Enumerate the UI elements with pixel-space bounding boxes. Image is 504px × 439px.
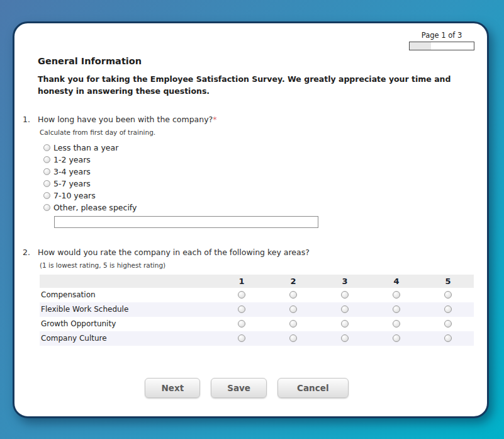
radio-option-1-2-years[interactable]: 1-2 years [43, 154, 471, 166]
radio-icon[interactable] [444, 334, 452, 342]
other-specify-input[interactable] [54, 216, 318, 228]
radio-icon[interactable] [341, 305, 349, 313]
matrix-radio-cell[interactable] [371, 320, 422, 328]
cancel-button[interactable]: Cancel [277, 378, 348, 398]
radio-option-5-7-years[interactable]: 5-7 years [43, 178, 471, 190]
scale-header-1: 1 [216, 277, 267, 286]
radio-option-7-10-years[interactable]: 7-10 years [43, 190, 471, 202]
radio-icon[interactable] [238, 320, 245, 328]
question-2-text: How would you rate the company in each o… [38, 248, 310, 257]
rating-matrix: 1 2 3 4 5 Compensation Flexible Work Sch… [40, 275, 474, 346]
radio-icon[interactable] [341, 334, 349, 342]
progress-bar [409, 42, 474, 50]
matrix-row-company-culture: Company Culture [40, 331, 474, 346]
matrix-radio-cell[interactable] [371, 334, 422, 342]
radio-icon[interactable] [238, 305, 245, 313]
radio-icon[interactable] [289, 334, 297, 342]
matrix-header-row: 1 2 3 4 5 [40, 275, 474, 288]
question-2: 2. How would you rate the company in eac… [23, 248, 471, 346]
radio-icon[interactable] [43, 192, 50, 199]
matrix-radio-cell[interactable] [267, 334, 319, 342]
question-1-instruction: Calculate from first day of training. [40, 128, 471, 136]
radio-option-less-than-a-year[interactable]: Less than a year [43, 142, 471, 154]
question-1-options: Less than a year 1-2 years 3-4 years 5-7… [43, 142, 471, 214]
matrix-radio-cell[interactable] [216, 291, 267, 299]
page-status: Page 1 of 3 [409, 31, 474, 50]
page-title: General Information [38, 56, 471, 66]
radio-icon[interactable] [289, 305, 297, 313]
matrix-radio-cell[interactable] [422, 320, 474, 328]
radio-option-label: Less than a year [53, 143, 118, 152]
scale-header-2: 2 [267, 277, 319, 286]
question-1-text: How long have you been with the company?… [38, 115, 216, 124]
matrix-radio-cell[interactable] [422, 291, 474, 299]
matrix-radio-cell[interactable] [216, 320, 267, 328]
matrix-row-label: Compensation [40, 290, 216, 299]
radio-option-3-4-years[interactable]: 3-4 years [43, 166, 471, 178]
matrix-row-flexible-work-schedule: Flexible Work Schedule [40, 302, 474, 317]
radio-icon[interactable] [393, 320, 400, 328]
radio-option-label: 3-4 years [53, 167, 91, 176]
intro-text: Thank you for taking the Employee Satisf… [38, 73, 471, 98]
matrix-radio-cell[interactable] [319, 305, 371, 313]
radio-icon[interactable] [341, 320, 349, 328]
radio-icon[interactable] [444, 291, 452, 299]
survey-card: Page 1 of 3 General Information Thank yo… [13, 21, 489, 418]
matrix-radio-cell[interactable] [371, 305, 422, 313]
radio-icon[interactable] [43, 204, 50, 211]
radio-option-label: 5-7 years [53, 179, 91, 188]
matrix-radio-cell[interactable] [319, 334, 371, 342]
radio-icon[interactable] [289, 291, 297, 299]
scale-header-3: 3 [319, 277, 371, 286]
progress-bar-fill [410, 42, 431, 50]
radio-option-label: Other, please specify [53, 203, 137, 212]
next-button[interactable]: Next [145, 378, 200, 398]
matrix-radio-cell[interactable] [267, 320, 319, 328]
scale-header-5: 5 [422, 277, 474, 286]
question-2-instruction: (1 is lowest rating, 5 is highest rating… [40, 261, 471, 269]
survey-content: General Information Thank you for taking… [14, 23, 487, 398]
radio-icon[interactable] [341, 291, 349, 299]
matrix-radio-cell[interactable] [216, 305, 267, 313]
matrix-radio-cell[interactable] [267, 291, 319, 299]
required-asterisk: * [213, 115, 216, 124]
radio-icon[interactable] [238, 291, 245, 299]
question-2-number: 2. [23, 248, 38, 257]
save-button[interactable]: Save [211, 378, 267, 398]
radio-icon[interactable] [393, 334, 400, 342]
matrix-radio-cell[interactable] [319, 291, 371, 299]
radio-icon[interactable] [43, 144, 50, 151]
matrix-radio-cell[interactable] [422, 305, 474, 313]
matrix-row-compensation: Compensation [40, 288, 474, 302]
page-indicator: Page 1 of 3 [409, 31, 474, 40]
question-1: 1. How long have you been with the compa… [23, 115, 471, 228]
matrix-radio-cell[interactable] [371, 291, 422, 299]
radio-icon[interactable] [43, 168, 50, 175]
radio-option-label: 1-2 years [53, 155, 91, 164]
scale-header-4: 4 [371, 277, 422, 286]
matrix-radio-cell[interactable] [216, 334, 267, 342]
matrix-radio-cell[interactable] [319, 320, 371, 328]
radio-icon[interactable] [393, 291, 400, 299]
radio-icon[interactable] [43, 156, 50, 163]
matrix-row-label: Growth Opportunity [40, 319, 216, 328]
button-row: Next Save Cancel [23, 378, 471, 398]
matrix-radio-cell[interactable] [267, 305, 319, 313]
radio-icon[interactable] [238, 334, 245, 342]
radio-option-other[interactable]: Other, please specify [43, 202, 471, 214]
matrix-radio-cell[interactable] [422, 334, 474, 342]
matrix-row-label: Company Culture [40, 334, 216, 343]
question-1-number: 1. [23, 115, 38, 124]
radio-option-label: 7-10 years [53, 191, 96, 200]
radio-icon[interactable] [43, 180, 50, 187]
radio-icon[interactable] [444, 320, 452, 328]
radio-icon[interactable] [289, 320, 297, 328]
matrix-row-growth-opportunity: Growth Opportunity [40, 317, 474, 331]
radio-icon[interactable] [393, 305, 400, 313]
radio-icon[interactable] [444, 305, 452, 313]
matrix-row-label: Flexible Work Schedule [40, 305, 216, 314]
